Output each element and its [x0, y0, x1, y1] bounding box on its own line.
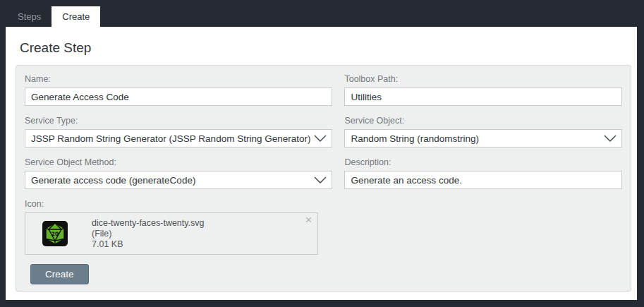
chevron-down-icon [314, 134, 327, 143]
create-step-form-panel: Name: Toolbox Path: Service Type: JSSP R… [16, 65, 631, 291]
tab-bar: Steps Create [7, 6, 100, 27]
service-object-method-selected-value: Generate access code (generateCode) [31, 175, 195, 186]
chevron-down-icon [314, 176, 327, 184]
service-type-selected-value: JSSP Random String Generator (JSSP Rando… [31, 133, 310, 144]
service-object-select[interactable]: Random String (randomstring) [344, 129, 622, 148]
icon-file-box: 20 dice-twenty-faces-twenty.svg (File) 7… [25, 212, 318, 255]
toolbox-path-label: Toolbox Path: [344, 74, 622, 84]
service-object-method-select[interactable]: Generate access code (generateCode) [25, 171, 332, 189]
chevron-down-icon [604, 134, 616, 143]
name-field-group: Name: [25, 74, 332, 106]
app-window: { "tabs": [ { "label": "Steps", "active"… [0, 0, 644, 307]
remove-file-icon[interactable]: × [305, 214, 312, 226]
icon-label: Icon: [25, 199, 318, 209]
service-object-label: Service Object: [344, 116, 622, 126]
page-title: Create Step [20, 40, 637, 56]
content-area: Create Step Name: Toolbox Path: Service … [6, 27, 637, 300]
toolbox-path-field-group: Toolbox Path: [344, 74, 622, 106]
file-name: dice-twenty-faces-twenty.svg [92, 218, 205, 229]
service-type-field-group: Service Type: JSSP Random String Generat… [25, 116, 332, 148]
description-label: Description: [344, 157, 622, 167]
tab-steps[interactable]: Steps [7, 6, 51, 27]
service-object-selected-value: Random String (randomstring) [351, 133, 479, 144]
name-label: Name: [25, 74, 332, 84]
description-input[interactable] [344, 171, 622, 189]
tab-create[interactable]: Create [51, 6, 100, 27]
d20-dice-icon: 20 [42, 221, 68, 246]
toolbox-path-input[interactable] [344, 88, 622, 106]
create-button[interactable]: Create [30, 264, 89, 284]
service-object-method-field-group: Service Object Method: Generate access c… [25, 157, 332, 189]
name-input[interactable] [25, 88, 332, 106]
file-meta: dice-twenty-faces-twenty.svg (File) 7.01… [92, 218, 205, 250]
service-type-label: Service Type: [25, 116, 332, 126]
svg-text:20: 20 [51, 231, 59, 237]
icon-field-group: Icon: 20 dice-twenty-faces-twenty.sv [25, 199, 318, 255]
tab-create-label: Create [62, 11, 90, 22]
description-field-group: Description: [344, 157, 622, 189]
tab-steps-label: Steps [18, 11, 41, 22]
service-type-select[interactable]: JSSP Random String Generator (JSSP Rando… [25, 129, 332, 148]
service-object-method-label: Service Object Method: [25, 157, 332, 167]
service-object-field-group: Service Object: Random String (randomstr… [344, 116, 622, 148]
form-grid: Name: Toolbox Path: Service Type: JSSP R… [25, 74, 622, 189]
file-size: 7.01 KB [92, 239, 205, 250]
file-kind: (File) [92, 229, 205, 239]
